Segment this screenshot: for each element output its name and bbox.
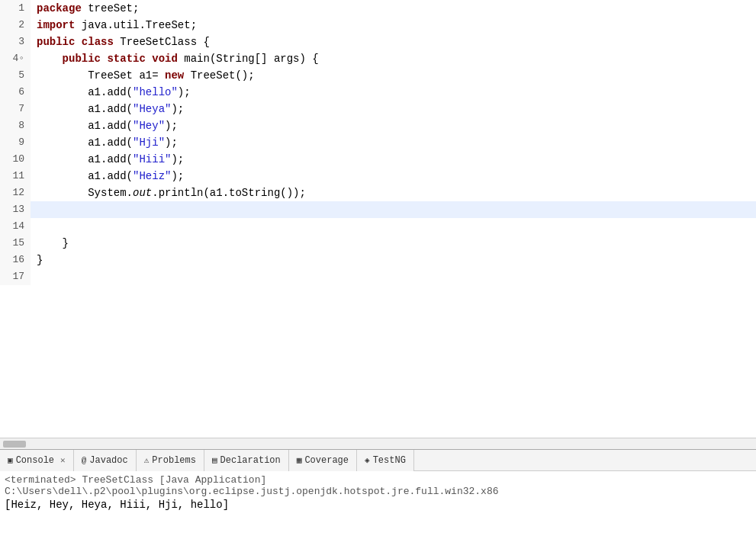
testng-icon: ◈ <box>365 455 370 465</box>
line-content: TreeSet a1= new TreeSet(); <box>31 67 756 84</box>
code-line-14[interactable]: 14 <box>0 218 756 235</box>
line-content <box>31 201 756 218</box>
line-content: import java.util.TreeSet; <box>31 17 756 34</box>
code-line-4[interactable]: 4◦ public static void main(String[] args… <box>0 50 756 67</box>
code-line-12[interactable]: 12 System.out.println(a1.toString()); <box>0 185 756 201</box>
console-close[interactable]: ✕ <box>60 455 66 465</box>
line-number: 2 <box>0 17 31 34</box>
line-number: 3 <box>0 34 31 50</box>
code-line-7[interactable]: 7 a1.add("Heya"); <box>0 101 756 117</box>
tab-problems[interactable]: ⚠Problems <box>137 450 204 471</box>
code-line-5[interactable]: 5 TreeSet a1= new TreeSet(); <box>0 67 756 84</box>
line-number: 7 <box>0 101 31 117</box>
line-number: 5 <box>0 67 31 84</box>
code-line-16[interactable]: 16} <box>0 252 756 268</box>
line-content: public class TreeSetClass { <box>31 34 756 50</box>
code-line-13[interactable]: 13 <box>0 201 756 218</box>
code-editor[interactable]: 1package treeSet;2import java.util.TreeS… <box>0 0 756 438</box>
line-number: 17 <box>0 268 31 285</box>
line-content <box>31 268 756 285</box>
javadoc-label: Javadoc <box>89 455 127 466</box>
line-number: 12 <box>0 185 31 201</box>
code-line-2[interactable]: 2import java.util.TreeSet; <box>0 17 756 34</box>
line-content: } <box>31 235 756 252</box>
tab-declaration[interactable]: ▤Declaration <box>204 450 289 471</box>
line-content: public static void main(String[] args) { <box>31 50 756 67</box>
tab-console[interactable]: ▣Console✕ <box>0 450 74 471</box>
problems-label: Problems <box>152 455 196 466</box>
line-number: 13 <box>0 201 31 218</box>
tab-javadoc[interactable]: @Javadoc <box>74 450 137 471</box>
coverage-icon: ▦ <box>297 455 302 465</box>
code-line-6[interactable]: 6 a1.add("hello"); <box>0 84 756 101</box>
terminated-line: <terminated> TreeSetClass [Java Applicat… <box>5 474 751 497</box>
code-line-15[interactable]: 15 } <box>0 235 756 252</box>
line-number: 14 <box>0 218 31 235</box>
line-content: a1.add("Heya"); <box>31 101 756 117</box>
code-line-3[interactable]: 3public class TreeSetClass { <box>0 34 756 50</box>
code-line-10[interactable]: 10 a1.add("Hiii"); <box>0 151 756 168</box>
code-line-1[interactable]: 1package treeSet; <box>0 0 756 17</box>
code-lines: 1package treeSet;2import java.util.TreeS… <box>0 0 756 438</box>
code-line-9[interactable]: 9 a1.add("Hji"); <box>0 134 756 151</box>
horizontal-scrollbar[interactable] <box>0 438 756 449</box>
declaration-label: Declaration <box>220 455 281 466</box>
line-number: 8 <box>0 117 31 134</box>
line-content: a1.add("Heiz"); <box>31 168 756 185</box>
console-output: <terminated> TreeSetClass [Java Applicat… <box>0 471 756 536</box>
javadoc-icon: @ <box>82 456 87 465</box>
line-number: 10 <box>0 151 31 168</box>
console-icon: ▣ <box>8 455 13 465</box>
code-line-17[interactable]: 17 <box>0 268 756 285</box>
line-number: 15 <box>0 235 31 252</box>
line-number: 6 <box>0 84 31 101</box>
line-number: 1 <box>0 0 31 17</box>
line-number: 9 <box>0 134 31 151</box>
console-label: Console <box>16 455 54 466</box>
code-line-11[interactable]: 11 a1.add("Heiz"); <box>0 168 756 185</box>
line-content: package treeSet; <box>31 0 756 17</box>
line-number: 4◦ <box>0 50 31 67</box>
line-content: a1.add("hello"); <box>31 84 756 101</box>
line-content: } <box>31 252 756 268</box>
line-content: a1.add("Hey"); <box>31 117 756 134</box>
line-content: a1.add("Hiii"); <box>31 151 756 168</box>
code-line-8[interactable]: 8 a1.add("Hey"); <box>0 117 756 134</box>
tab-testng[interactable]: ◈TestNG <box>357 450 414 471</box>
line-content <box>31 218 756 235</box>
coverage-label: Coverage <box>304 455 349 466</box>
line-content: System.out.println(a1.toString()); <box>31 185 756 201</box>
scrollbar-thumb[interactable] <box>3 441 26 448</box>
bottom-panel: ▣Console✕@Javadoc⚠Problems▤Declaration▦C… <box>0 449 756 536</box>
console-result: [Heiz, Hey, Heya, Hiii, Hji, hello] <box>5 499 751 511</box>
line-number: 11 <box>0 168 31 185</box>
tab-coverage[interactable]: ▦Coverage <box>289 450 357 471</box>
line-content: a1.add("Hji"); <box>31 134 756 151</box>
console-area: <terminated> TreeSetClass [Java Applicat… <box>0 471 756 536</box>
testng-label: TestNG <box>373 455 406 466</box>
tabs-bar: ▣Console✕@Javadoc⚠Problems▤Declaration▦C… <box>0 450 756 471</box>
line-number: 16 <box>0 252 31 268</box>
problems-icon: ⚠ <box>144 455 150 465</box>
declaration-icon: ▤ <box>212 455 217 465</box>
